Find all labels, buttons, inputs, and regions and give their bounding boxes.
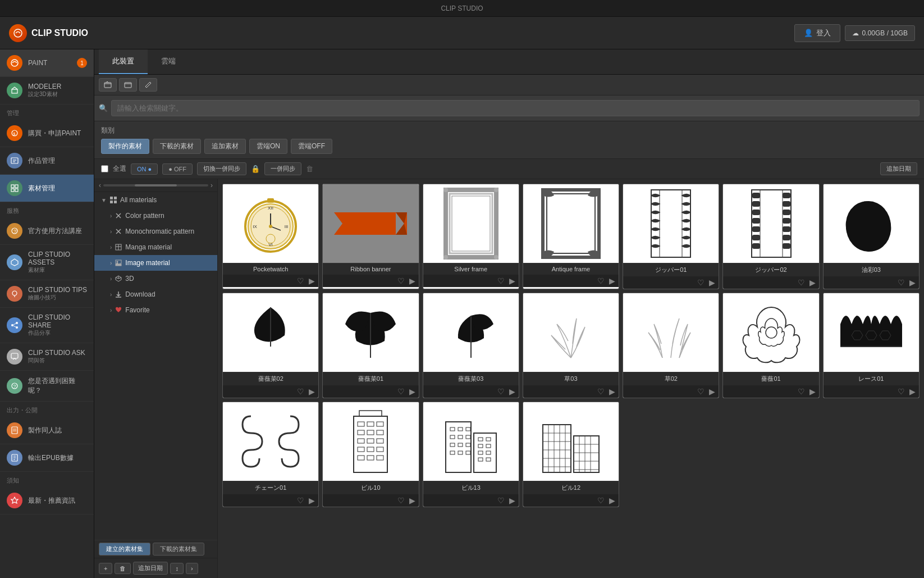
sidebar-item-epub[interactable]: 輸出EPUB數據 bbox=[0, 444, 94, 472]
grid-item-lace[interactable]: レース01 ♡ ▶ bbox=[823, 293, 920, 398]
play-action-silver[interactable]: ▶ bbox=[509, 276, 515, 285]
sidebar-item-share[interactable]: CLIP STUDIO SHARE 作品分享 bbox=[0, 308, 94, 343]
sidebar-item-paint[interactable]: PAINT 1 bbox=[0, 49, 94, 77]
play-action-zipper2[interactable]: ▶ bbox=[809, 278, 816, 287]
grid-item-rose[interactable]: 薔薇01 ♡ ▶ bbox=[722, 293, 819, 398]
heart-action-leaf1[interactable]: ♡ bbox=[397, 387, 405, 396]
grid-item-chain[interactable]: チェーン01 ♡ ▶ bbox=[222, 402, 319, 507]
grid-item-silver-frame[interactable]: Silver frame ♡ ▶ bbox=[423, 184, 519, 289]
sidebar-item-material[interactable]: 素材管理 bbox=[0, 175, 94, 202]
sidebar-item-help[interactable]: ? 您是否遇到困難呢？ bbox=[0, 371, 94, 402]
play-action-antique[interactable]: ▶ bbox=[609, 276, 615, 285]
grid-item-leaf1[interactable]: 薔薇菜01 ♡ ▶ bbox=[322, 293, 419, 398]
heart-action-zipper1[interactable]: ♡ bbox=[697, 278, 705, 287]
sync-all-button[interactable]: 一併同步 bbox=[264, 162, 301, 175]
cat-btn-made[interactable]: 製作的素材 bbox=[101, 139, 149, 154]
sidebar-item-work[interactable]: 作品管理 bbox=[0, 147, 94, 175]
play-action-ribbon[interactable]: ▶ bbox=[409, 276, 415, 285]
folder-button[interactable] bbox=[119, 78, 137, 92]
play-action-leaf3[interactable]: ▶ bbox=[509, 387, 515, 396]
tree-next-button[interactable]: › bbox=[186, 563, 198, 574]
play-action-zipper1[interactable]: ▶ bbox=[709, 278, 715, 287]
heart-action-pocketwatch[interactable]: ♡ bbox=[297, 276, 304, 285]
play-action-grass2[interactable]: ▶ bbox=[709, 387, 715, 396]
play-action-blob[interactable]: ▶ bbox=[909, 278, 916, 287]
grid-item-grass1[interactable]: 草03 ♡ ▶ bbox=[523, 293, 619, 398]
select-all-checkbox[interactable] bbox=[101, 165, 108, 172]
grid-item-zipper1[interactable]: ジッパー01 ♡ ▶ bbox=[623, 184, 719, 289]
play-action-chain[interactable]: ▶ bbox=[309, 496, 315, 505]
login-button[interactable]: 👤 登入 bbox=[794, 24, 840, 42]
play-action-rose[interactable]: ▶ bbox=[809, 387, 816, 396]
cat-btn-cloud-on[interactable]: 雲端ON bbox=[249, 139, 287, 154]
sidebar-item-guide[interactable]: ? 官方使用方法講座 bbox=[0, 217, 94, 245]
grid-item-zipper2[interactable]: ジッパー02 ♡ ▶ bbox=[722, 184, 819, 289]
heart-action-chain[interactable]: ♡ bbox=[297, 496, 304, 505]
cat-btn-cloud-off[interactable]: 雲端OFF bbox=[291, 139, 332, 154]
play-action-building2[interactable]: ▶ bbox=[509, 496, 515, 505]
grid-item-building1[interactable]: ビル10 ♡ ▶ bbox=[322, 402, 419, 507]
bottom-tab-downloaded[interactable]: 下載的素材集 bbox=[153, 543, 204, 556]
sidebar-item-assets[interactable]: CLIP STUDIO ASSETS 素材庫 bbox=[0, 245, 94, 280]
search-input[interactable] bbox=[111, 100, 920, 116]
play-action-leaf2[interactable]: ▶ bbox=[309, 387, 315, 396]
sidebar-item-modeler[interactable]: MODELER 設定3D素材 bbox=[0, 77, 94, 104]
tree-add-date-button[interactable]: 追加日期 bbox=[133, 562, 168, 575]
play-action-building3[interactable]: ▶ bbox=[609, 496, 615, 505]
sidebar-item-buy[interactable]: $ 購買・申請PAINT bbox=[0, 120, 94, 147]
heart-action-antique[interactable]: ♡ bbox=[597, 276, 605, 285]
sidebar-item-ask[interactable]: CLIP STUDIO ASK 問與答 bbox=[0, 343, 94, 371]
grid-item-blob[interactable]: 油彩03 ♡ ▶ bbox=[823, 184, 920, 289]
heart-action-building3[interactable]: ♡ bbox=[597, 496, 605, 505]
grid-item-building3[interactable]: ビル12 ♡ ▶ bbox=[523, 402, 619, 507]
edit-button[interactable] bbox=[139, 78, 157, 92]
tree-scroll-left[interactable]: ‹ bbox=[99, 181, 101, 189]
tree-item-3d[interactable]: › 3D bbox=[94, 271, 217, 286]
heart-action-grass1[interactable]: ♡ bbox=[597, 387, 605, 396]
tab-local[interactable]: 此裝置 bbox=[99, 49, 148, 74]
cat-btn-downloaded[interactable]: 下載的素材 bbox=[153, 139, 201, 154]
folder-add-button[interactable] bbox=[99, 78, 117, 92]
play-action-grass1[interactable]: ▶ bbox=[609, 387, 615, 396]
play-action-pocketwatch[interactable]: ▶ bbox=[309, 276, 315, 285]
tree-item-manga[interactable]: › Manga material bbox=[94, 239, 217, 255]
heart-action-ribbon[interactable]: ♡ bbox=[397, 276, 405, 285]
tree-item-download[interactable]: › Download bbox=[94, 286, 217, 302]
heart-action-blob[interactable]: ♡ bbox=[898, 278, 905, 287]
sidebar-item-news[interactable]: 最新・推薦資訊 bbox=[0, 487, 94, 515]
heart-action-rose[interactable]: ♡ bbox=[798, 387, 805, 396]
tree-scroll-right[interactable]: › bbox=[211, 181, 213, 189]
grid-item-ribbon[interactable]: Ribbon banner ♡ ▶ bbox=[322, 184, 419, 289]
heart-action-grass2[interactable]: ♡ bbox=[697, 387, 705, 396]
heart-action-leaf3[interactable]: ♡ bbox=[497, 387, 505, 396]
sync-on-button[interactable]: ON ● bbox=[131, 163, 158, 175]
grid-item-building2[interactable]: ビル13 ♡ ▶ bbox=[423, 402, 519, 507]
tree-item-mono-pattern[interactable]: › Monochromatic pattern bbox=[94, 224, 217, 239]
tree-item-favorite[interactable]: › Favorite bbox=[94, 302, 217, 318]
grid-item-leaf3[interactable]: 薔薇菜03 ♡ ▶ bbox=[423, 293, 519, 398]
heart-action-building2[interactable]: ♡ bbox=[497, 496, 505, 505]
cloud-storage-button[interactable]: ☁ 0.00GB / 10GB bbox=[845, 25, 915, 41]
heart-action-silver[interactable]: ♡ bbox=[497, 276, 505, 285]
tree-item-image[interactable]: › Image material bbox=[94, 255, 217, 271]
play-action-leaf1[interactable]: ▶ bbox=[409, 387, 415, 396]
play-action-building1[interactable]: ▶ bbox=[409, 496, 415, 505]
grid-item-grass2[interactable]: 草02 ♡ ▶ bbox=[623, 293, 719, 398]
grid-item-antique-frame[interactable]: Antique frame ♡ ▶ bbox=[523, 184, 619, 289]
cat-btn-extra[interactable]: 追加素材 bbox=[204, 139, 246, 154]
tree-item-color-pattern[interactable]: › Color pattern bbox=[94, 208, 217, 224]
tree-sort-button[interactable]: ↕ bbox=[170, 563, 184, 574]
heart-action-leaf2[interactable]: ♡ bbox=[297, 387, 304, 396]
tree-delete-button[interactable]: 🗑 bbox=[115, 563, 131, 574]
tab-cloud[interactable]: 雲端 bbox=[148, 49, 189, 74]
switch-sync-button[interactable]: 切換一併同步 bbox=[197, 162, 246, 175]
tree-item-all[interactable]: ▼ All materials bbox=[94, 192, 217, 208]
grid-item-leaf2[interactable]: 薔薇菜02 ♡ ▶ bbox=[222, 293, 319, 398]
sidebar-item-tips[interactable]: CLIP STUDIO TIPS 繪圖小技巧 bbox=[0, 280, 94, 308]
sync-off-button[interactable]: ● OFF bbox=[162, 163, 193, 175]
heart-action-lace[interactable]: ♡ bbox=[898, 387, 905, 396]
play-action-lace[interactable]: ▶ bbox=[909, 387, 916, 396]
heart-action-zipper2[interactable]: ♡ bbox=[798, 278, 805, 287]
grid-item-pocketwatch[interactable]: XII III VI IX Pocketwatch bbox=[222, 184, 319, 289]
add-date-button[interactable]: 追加日期 bbox=[880, 162, 917, 175]
